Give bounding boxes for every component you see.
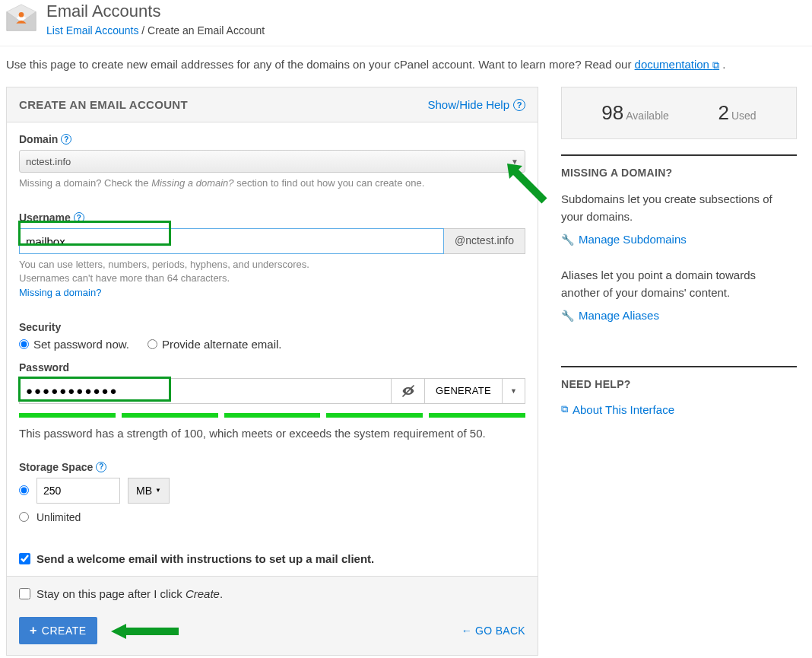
- breadcrumb: List Email Accounts / Create an Email Ac…: [46, 24, 265, 37]
- breadcrumb-current: Create an Email Account: [147, 24, 265, 37]
- breadcrumb-link[interactable]: List Email Accounts: [46, 24, 138, 37]
- username-input[interactable]: [19, 228, 444, 254]
- domain-hint: Missing a domain? Check the Missing a do…: [19, 176, 525, 190]
- plus-icon: +: [30, 624, 37, 637]
- create-account-panel: CREATE AN EMAIL ACCOUNT Show/Hide Help ?…: [6, 87, 538, 656]
- divider: [561, 366, 797, 367]
- arrow-left-icon: ←: [462, 625, 472, 637]
- need-help-heading: NEED HELP?: [561, 378, 797, 390]
- wrench-icon: 🔧: [561, 310, 574, 322]
- username-hint: You can use letters, numbers, periods, h…: [19, 258, 525, 300]
- generate-dropdown-button[interactable]: ▼: [503, 378, 525, 404]
- sidebar: 98Available 2Used MISSING A DOMAIN? Subd…: [561, 87, 797, 416]
- page-header: Email Accounts List Email Accounts / Cre…: [0, 0, 812, 46]
- storage-unlimited-radio[interactable]: [19, 512, 29, 522]
- missing-domain-heading: MISSING A DOMAIN?: [561, 167, 797, 179]
- password-strength-bar: [19, 413, 525, 418]
- available-count: 98: [601, 101, 623, 124]
- alternate-email-radio[interactable]: Provide alternate email.: [147, 338, 282, 351]
- missing-domain-link[interactable]: Missing a domain?: [19, 287, 101, 298]
- toggle-visibility-button[interactable]: [392, 378, 425, 404]
- info-icon[interactable]: ?: [61, 134, 71, 145]
- external-link-icon: ⧉: [561, 403, 568, 415]
- svg-point-0: [19, 12, 24, 17]
- wrench-icon: 🔧: [561, 234, 574, 246]
- manage-aliases-link[interactable]: 🔧 Manage Aliases: [561, 309, 659, 322]
- create-button[interactable]: + CREATE: [19, 617, 97, 644]
- intro-text: Use this page to create new email addres…: [0, 58, 812, 87]
- stay-on-page-label: Stay on this page after I click Create.: [36, 587, 223, 600]
- info-icon[interactable]: ?: [74, 212, 84, 223]
- eye-off-icon: [401, 383, 416, 399]
- documentation-link[interactable]: documentation ⧉: [635, 58, 720, 71]
- storage-unit-select[interactable]: MB ▼: [128, 478, 170, 504]
- info-icon[interactable]: ?: [96, 462, 106, 472]
- welcome-email-label: Send a welcome email with instructions t…: [36, 552, 374, 565]
- used-count: 2: [718, 101, 728, 124]
- security-label: Security: [19, 321, 525, 333]
- stay-on-page-checkbox[interactable]: [19, 588, 30, 599]
- subdomains-text: Subdomains let you create subsections of…: [561, 191, 797, 225]
- page-title: Email Accounts: [46, 2, 265, 21]
- username-label: Username ?: [19, 211, 525, 224]
- password-strength-text: This password has a strength of 100, whi…: [19, 427, 525, 440]
- manage-subdomains-link[interactable]: 🔧 Manage Subdomains: [561, 233, 687, 246]
- domain-suffix: @nctest.info: [444, 228, 525, 254]
- panel-title: CREATE AN EMAIL ACCOUNT: [19, 98, 188, 111]
- domain-value: nctest.info: [26, 156, 71, 167]
- password-input[interactable]: [19, 378, 392, 404]
- divider: [0, 46, 812, 46]
- storage-input[interactable]: [36, 478, 120, 504]
- storage-size-radio[interactable]: [19, 485, 29, 495]
- show-hide-help-link[interactable]: Show/Hide Help ?: [427, 98, 525, 111]
- generate-button[interactable]: GENERATE: [425, 378, 503, 404]
- set-password-radio[interactable]: Set password now.: [19, 338, 129, 351]
- about-interface-link[interactable]: ⧉ About This Interface: [561, 403, 674, 416]
- aliases-text: Aliases let you point a domain towards a…: [561, 267, 797, 301]
- go-back-link[interactable]: ← GO BACK: [462, 625, 525, 637]
- password-label: Password: [19, 361, 525, 374]
- email-icon: [4, 2, 39, 37]
- divider: [561, 154, 797, 156]
- domain-label: Domain ?: [19, 133, 525, 145]
- unlimited-label: Unlimited: [36, 511, 81, 523]
- storage-label: Storage Space ?: [19, 461, 525, 473]
- arrow-annotation-icon: [106, 620, 182, 643]
- stats-box: 98Available 2Used: [561, 87, 797, 139]
- domain-select[interactable]: nctest.info ▼: [19, 150, 525, 173]
- chevron-down-icon: ▼: [155, 487, 161, 494]
- help-icon: ?: [513, 99, 525, 111]
- welcome-email-checkbox[interactable]: [19, 553, 30, 564]
- external-link-icon: ⧉: [712, 59, 719, 71]
